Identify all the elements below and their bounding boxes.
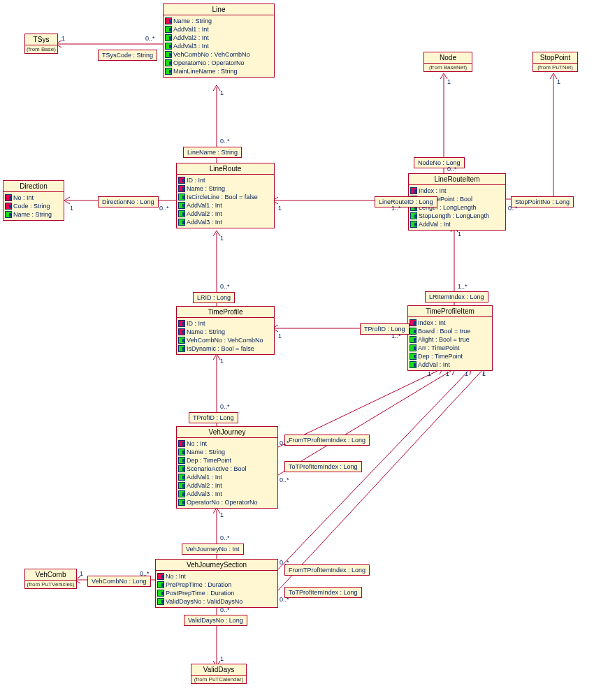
body-linerouteitem: Index : Int IsRoutePoint : Bool Length :… — [409, 185, 505, 230]
attr-icon — [165, 68, 172, 75]
class-direction: Direction No : Int Code : String Name : … — [3, 180, 64, 221]
attr-icon — [165, 51, 172, 58]
mult: 0..* — [280, 596, 289, 603]
body-timeprofile: ID : Int Name : String VehCombNo : VehCo… — [177, 318, 274, 354]
key-icon — [178, 177, 185, 184]
class-validdays: ValidDays (from PuTCalendar) — [191, 664, 247, 684]
attr: No : Int — [5, 194, 62, 202]
attr-icon — [178, 194, 185, 200]
mult: 0..* — [220, 283, 230, 290]
assoc-validdaysno: ValidDaysNo : Long — [184, 615, 247, 626]
from-node: (from BaseNet) — [424, 64, 472, 71]
title-timeprofileitem: TimeProfileItem — [408, 306, 492, 317]
mult: 0..* — [220, 606, 230, 613]
attr: Index : Int — [410, 187, 504, 195]
attr-icon — [178, 210, 185, 217]
from-stoppoint: (from PuTNet) — [533, 64, 577, 71]
attr: Name : String — [5, 210, 62, 219]
title-node: Node — [424, 52, 472, 64]
assoc-linename: LineName : String — [183, 147, 242, 158]
attr: PrePrepTime : Duration — [157, 581, 276, 589]
class-lineroute: LineRoute ID : Int Name : String IsCircl… — [176, 163, 275, 228]
attr: Name : String — [178, 448, 276, 456]
attr: IsCircleLine : Bool = false — [178, 193, 273, 201]
assoc-directionno: DirectionNo : Long — [98, 196, 159, 207]
attr: Code : String — [5, 202, 62, 210]
attr: StopLength : LongLength — [410, 212, 504, 220]
mult: 1 — [220, 655, 224, 662]
title-vehjourneysection: VehJourneySection — [156, 560, 277, 571]
class-vehcomb: VehComb (from PuTVehicles) — [24, 569, 77, 589]
mult: 0..* — [508, 205, 518, 212]
body-direction: No : Int Code : String Name : String — [3, 192, 64, 220]
mult: 1 — [220, 358, 224, 365]
mult: 0..* — [280, 476, 289, 483]
attr-icon — [410, 212, 417, 219]
title-direction: Direction — [3, 181, 64, 192]
attr-icon — [165, 43, 172, 50]
mult: 1 — [220, 89, 224, 96]
mult: 1..* — [391, 205, 401, 212]
attr: Name : String — [178, 184, 273, 193]
attr: Name : String — [178, 328, 273, 336]
from-validdays: (from PuTCalendar) — [191, 676, 246, 683]
mult: 0..* — [145, 35, 155, 42]
attr: AddVal3 : Int — [178, 490, 276, 498]
mult: 1 — [80, 570, 83, 577]
attr-icon — [410, 361, 416, 368]
attr: Name : String — [165, 17, 273, 25]
class-stoppoint: StopPoint (from PuTNet) — [533, 52, 578, 72]
attr: MainLineName : String — [165, 67, 273, 75]
mult: 1 — [428, 370, 431, 377]
mult: 1 — [557, 78, 560, 85]
key-icon — [178, 440, 185, 447]
attr: VehCombNo : VehCombNo — [165, 50, 273, 59]
assoc-linerouteid: LineRouteID : Long — [375, 196, 437, 207]
assoc-tprofid: TProfID : Long — [360, 323, 410, 335]
attr-icon — [410, 328, 416, 335]
mult: 0..* — [220, 403, 230, 410]
class-node: Node (from BaseNet) — [423, 52, 472, 72]
mult: 1 — [220, 511, 224, 518]
mult: 0..* — [447, 166, 457, 173]
attr: Index : Int — [410, 319, 491, 327]
assoc-tsyscode: TSysCode : String — [98, 50, 157, 61]
attr: Alight : Bool = true — [410, 335, 491, 344]
title-timeprofile: TimeProfile — [177, 307, 274, 318]
attr-icon — [178, 457, 185, 464]
body-line: Name : String AddVal1 : Int AddVal2 : In… — [164, 15, 274, 77]
mult: 0..* — [220, 138, 230, 145]
attr: No : Int — [178, 439, 276, 448]
mult: 1 — [220, 235, 224, 242]
attr-icon — [178, 219, 185, 226]
attr-icon — [178, 474, 185, 481]
attr-icon — [178, 449, 185, 455]
attr-icon — [178, 499, 185, 506]
body-timeprofileitem: Index : Int Board : Bool = true Alight :… — [408, 317, 492, 370]
attr: AddVal3 : Int — [165, 42, 273, 50]
class-vehjourney: VehJourney No : Int Name : String Dep : … — [176, 426, 278, 509]
mult: 0..* — [280, 439, 289, 446]
attr: AddVal2 : Int — [178, 481, 276, 490]
title-vehcomb: VehComb — [25, 569, 76, 581]
assoc-tprofid2: TProfID : Long — [189, 412, 238, 423]
assoc-fromtprofitemindex: FromTProfItemIndex : Long — [284, 435, 370, 446]
key-icon — [165, 17, 172, 24]
attr-icon — [410, 353, 416, 360]
title-linerouteitem: LineRouteItem — [409, 174, 505, 185]
mult: 1 — [465, 370, 468, 377]
attr: AddVal2 : Int — [178, 210, 273, 218]
attr: AddVal2 : Int — [165, 34, 273, 42]
attr: No : Int — [157, 572, 276, 581]
assoc-lritemindex: LRItemIndex : Long — [425, 291, 488, 302]
attr: VehCombNo : VehCombNo — [178, 336, 273, 344]
body-vehjourneysection: No : Int PrePrepTime : Duration PostPrep… — [156, 571, 277, 607]
key-icon — [157, 573, 164, 580]
attr: AddVal : Int — [410, 220, 504, 228]
from-tsys: (from Base) — [25, 45, 57, 53]
attr-icon — [157, 598, 164, 605]
mult: 0..* — [280, 559, 289, 566]
mult: 1 — [447, 78, 451, 85]
class-tsys: TSys (from Base) — [24, 34, 58, 54]
mult: 1 — [278, 205, 282, 212]
